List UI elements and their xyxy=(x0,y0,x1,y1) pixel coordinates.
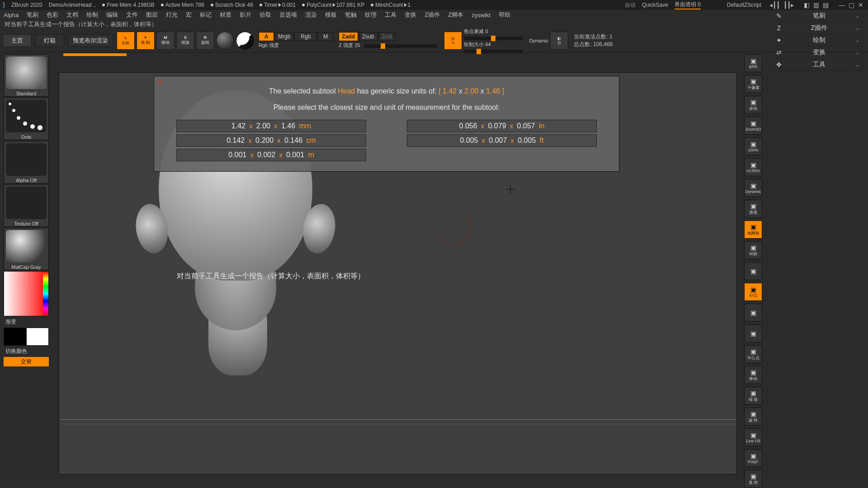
shelf-地网格[interactable]: ▣地网格 xyxy=(744,221,762,239)
layout-icon[interactable]: ◧ xyxy=(804,1,810,9)
zcut-button[interactable]: Zcut xyxy=(378,32,395,41)
shelf-Dynamic[interactable]: ▣Dynamic xyxy=(744,179,762,197)
shelf-旋 转[interactable]: ▣旋 转 xyxy=(744,408,762,426)
menu-笔触[interactable]: 笔触 xyxy=(345,11,357,19)
color-picker[interactable] xyxy=(4,271,49,316)
rotate-button[interactable]: R旋转 xyxy=(196,32,214,50)
next-icon[interactable]: ┃┃▸ xyxy=(783,1,794,9)
menu-笔刷[interactable]: 笔刷 xyxy=(27,11,38,19)
shelf-透视[interactable]: ▣透视 xyxy=(744,200,762,218)
menu-zyswlkt[interactable]: zyswlkt xyxy=(472,12,491,19)
z-intensity-slider[interactable] xyxy=(364,44,437,48)
maximize-icon[interactable]: ▢ xyxy=(849,1,854,9)
unit-option-m[interactable]: 0.001 x 0.002 x 0.001 m xyxy=(176,149,366,161)
stroke-slot[interactable]: Dots xyxy=(4,98,49,140)
menu-纹理[interactable]: 纹理 xyxy=(365,11,377,19)
shelf-子像素[interactable]: ▣子像素 xyxy=(744,75,762,93)
shelf-中心点[interactable]: ▣中心点 xyxy=(744,345,762,363)
move-button[interactable]: M移动 xyxy=(156,32,175,50)
menu-图层[interactable]: 图层 xyxy=(146,11,158,19)
m-button[interactable]: M xyxy=(318,32,333,41)
zsub-button[interactable]: Zsub xyxy=(359,32,377,41)
menu-帮助[interactable]: 帮助 xyxy=(499,11,510,19)
menu-Alpha[interactable]: Alpha xyxy=(4,12,19,19)
mrgb-a-button[interactable]: A xyxy=(259,32,274,41)
draw-button[interactable]: ✦绘 制 xyxy=(137,32,155,50)
menu-灯光[interactable]: 灯光 xyxy=(166,11,178,19)
texture-slot[interactable]: Texture Off xyxy=(4,184,49,227)
menu-影片[interactable]: 影片 xyxy=(240,11,251,19)
menu-Z脚本[interactable]: Z脚本 xyxy=(448,11,463,19)
gizmo-icon[interactable] xyxy=(216,32,234,50)
minimize-icon[interactable]: — xyxy=(839,1,845,9)
rgb-button[interactable]: Rgb xyxy=(294,32,317,41)
unit-option-cm[interactable]: 0.142 x 0.200 x 0.146 cm xyxy=(176,134,366,147)
shelf-BPR[interactable]: ▣BPR xyxy=(744,54,762,72)
layout3-icon[interactable]: ▤ xyxy=(823,1,829,9)
unit-option-ft[interactable]: 0.005 x 0.007 x 0.005 ft xyxy=(407,134,597,147)
shelf-Line Fill[interactable]: ▣Line Fill xyxy=(744,428,762,446)
alternate-button[interactable]: 交替 xyxy=(4,357,49,366)
unit-option-in[interactable]: 0.056 x 0.079 x 0.057 in xyxy=(407,120,597,132)
shelf-移动[interactable]: ▣移动 xyxy=(744,366,762,384)
zadd-button[interactable]: Zadd xyxy=(339,32,358,41)
shelf-icon-13[interactable]: ▣ xyxy=(744,324,762,343)
focal-shift-slider[interactable] xyxy=(464,37,523,40)
panel-工具[interactable]: ✥工具⌄ xyxy=(772,59,863,71)
menu-变换[interactable]: 变换 xyxy=(405,11,416,19)
dynamic-icon[interactable]: ◐D xyxy=(550,32,568,50)
shelf-icon-10[interactable]: ▣ xyxy=(744,262,762,280)
shelf-Zoom2D[interactable]: ▣Zoom2D xyxy=(744,117,762,135)
mrgb-button[interactable]: Mrgb xyxy=(275,32,293,41)
preview-bpr-button[interactable]: 预览布尔渲染 xyxy=(68,34,113,47)
close-dialog-icon[interactable]: × xyxy=(158,78,162,86)
menu-Z插件[interactable]: Z插件 xyxy=(425,11,440,19)
shelf-对称[interactable]: ▣对称 xyxy=(744,241,762,259)
material-slot[interactable]: MatCap Gray xyxy=(4,228,49,270)
panel-变换[interactable]: ⇄变换⌄ xyxy=(772,47,863,59)
shelf-XYZ[interactable]: ▣XYZ xyxy=(744,283,762,301)
shelf-AC50%[interactable]: ▣AC50% xyxy=(744,158,762,176)
shelf-透 明[interactable]: ▣透 明 xyxy=(744,470,762,488)
switch-color-label[interactable]: 切换颜色 xyxy=(4,347,49,356)
panel-绘制[interactable]: ✦绘制⌄ xyxy=(772,34,863,47)
quicksave-button[interactable]: QuickSave xyxy=(642,2,668,8)
shelf-滚动[interactable]: ▣滚动 xyxy=(744,96,762,114)
menu-工具[interactable]: 工具 xyxy=(385,11,396,19)
menu-编辑[interactable]: 编辑 xyxy=(106,11,118,19)
menu-宏[interactable]: 宏 xyxy=(186,11,192,19)
scale-button[interactable]: S缩放 xyxy=(176,32,194,50)
color-swatches[interactable] xyxy=(4,328,49,346)
dynamic-label[interactable]: Dynamic xyxy=(529,38,548,43)
alpha-slot[interactable]: Alpha Off xyxy=(4,141,49,183)
menu-文档[interactable]: 文档 xyxy=(66,11,78,19)
panel-笔刷[interactable]: ✎笔刷⌄ xyxy=(772,10,863,22)
menu-材质[interactable]: 材质 xyxy=(220,11,231,19)
menu-绘制[interactable]: 绘制 xyxy=(86,11,98,19)
close-icon[interactable]: ✕ xyxy=(858,1,863,9)
brush-slot[interactable]: Standard xyxy=(4,54,49,97)
unit-option-mm[interactable]: 1.42 x 2.00 x 1.46 mm xyxy=(176,120,366,132)
menu-文件[interactable]: 文件 xyxy=(126,11,138,19)
menu-首选项[interactable]: 首选项 xyxy=(279,11,297,19)
layout2-icon[interactable]: ▥ xyxy=(813,1,819,9)
ui-transparency[interactable]: 界面透明 0 xyxy=(675,1,701,9)
shelf-icon-12[interactable]: ▣ xyxy=(744,304,762,322)
menu-渲染[interactable]: 渲染 xyxy=(305,11,317,19)
shelf-PolyF[interactable]: ▣PolyF xyxy=(744,449,762,467)
shelf-100%[interactable]: ▣100% xyxy=(744,137,762,155)
lightbox-tab[interactable]: 灯箱 xyxy=(35,34,64,47)
menu-拾取[interactable]: 拾取 xyxy=(259,11,271,19)
focal-shift-icon[interactable]: ◎S xyxy=(444,32,462,50)
gradient-label[interactable]: 渐变 xyxy=(4,317,49,327)
menu-模板[interactable]: 模板 xyxy=(325,11,337,19)
edit-button[interactable]: ✎Edit xyxy=(117,32,135,50)
menu-标记[interactable]: 标记 xyxy=(200,11,212,19)
shelf-缩 放[interactable]: ▣缩 放 xyxy=(744,387,762,405)
menu-色彩[interactable]: 色彩 xyxy=(47,11,58,19)
prev-icon[interactable]: ◂┃┃ xyxy=(769,1,780,9)
panel-Z插件[interactable]: ZZ插件⌄ xyxy=(772,22,863,34)
draw-size-slider[interactable] xyxy=(464,50,523,53)
home-tab[interactable]: 主页 xyxy=(3,34,32,47)
sculptris-icon[interactable] xyxy=(236,32,254,50)
